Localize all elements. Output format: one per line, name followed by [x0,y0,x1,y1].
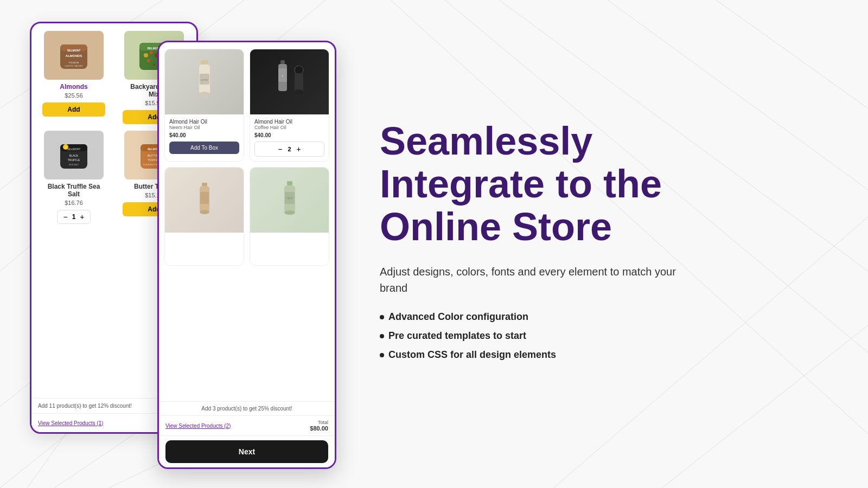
product-name: Black Truffle SeaSalt [48,183,100,198]
svg-point-58 [284,210,295,215]
front-product-4: hijuly [250,167,329,266]
product-black-truffle: SELMONT BLACK TRUFFLE SEA SALT B Black T… [37,131,111,224]
subtitle: Adjust designs, colors, fonts and every … [380,264,705,296]
front-total-label: Total [310,420,328,425]
front-total-value: $80.00 [310,425,328,432]
svg-text:SEA SALT: SEA SALT [69,163,79,166]
bullet-1 [380,315,384,319]
svg-point-21 [147,59,150,62]
qty-plus-2[interactable]: + [297,145,301,153]
qty-minus-2[interactable]: − [278,145,282,153]
headline: Seamlessly Integrate to the Online Store [380,120,705,249]
bullet-2 [380,334,384,338]
svg-point-17 [144,53,148,57]
svg-text:TRUFFLE: TRUFFLE [68,158,80,162]
svg-text:SELMONT: SELMONT [67,147,80,151]
front-product-2: k Almond Hair Oil Coffee Hair Oil $40.00 [250,49,329,162]
product-almonds: SELMONT ALMONDS PREMIUM LIGHTLY SALTED A… [37,31,111,124]
product-price: $25.56 [65,92,83,99]
svg-text:PREMIUM: PREMIUM [69,61,79,64]
svg-point-23 [153,63,155,66]
qty-control-truffle: − 1 + [57,210,90,224]
front-product-price-1: $40.00 [169,132,239,138]
qty-val-2: 2 [288,146,291,152]
feature-item-2: Pre curated templates to start [380,330,705,342]
qty-plus-button[interactable]: + [80,213,84,221]
svg-text:k: k [282,74,283,77]
front-phone: purdy Almond Hair Oil Neem Hair Oil $40.… [157,41,336,469]
qty-value: 1 [72,213,76,221]
view-selected-link[interactable]: View Selected Products (1) [38,420,103,426]
front-product-1: purdy Almond Hair Oil Neem Hair Oil $40.… [164,49,244,162]
next-button[interactable]: Next [165,440,328,463]
svg-rect-38 [201,60,208,65]
svg-text:SELMONT: SELMONT [67,49,80,52]
front-discount-text: Add 3 product(s) to get 25% discount! [159,402,335,416]
svg-rect-48 [295,73,303,92]
left-section: SELMONT ALMONDS PREMIUM LIGHTLY SALTED A… [0,0,336,488]
feature-item-3: Custom CSS for all design elements [380,349,705,361]
svg-text:hijuly: hijuly [286,196,293,200]
product-name: Almonds [60,83,87,91]
svg-text:BLACK: BLACK [69,154,79,157]
svg-point-49 [295,89,303,95]
svg-rect-52 [200,192,209,204]
front-product-name-2: Almond Hair Oil [254,119,324,125]
feature-item-1: Advanced Color configuration [380,311,705,323]
front-view-selected-link[interactable]: View Selected Products (2) [165,423,231,429]
feature-list: Advanced Color configuration Pre curated… [380,311,705,361]
svg-text:purdy: purdy [201,78,208,81]
svg-point-18 [150,51,153,54]
svg-point-47 [295,66,303,74]
add-almonds-button[interactable]: Add [42,102,105,117]
front-product-price-2: $40.00 [254,132,324,138]
svg-text:LIGHTLY SALTED: LIGHTLY SALTED [65,65,83,67]
qty-control-2: − 2 + [254,142,324,157]
svg-rect-50 [202,183,207,186]
svg-point-53 [200,210,209,214]
svg-text:ALMONDS: ALMONDS [66,54,82,57]
product-price: $16.76 [65,200,83,206]
marketing-content: Seamlessly Integrate to the Online Store… [380,120,705,369]
bullet-3 [380,353,384,357]
svg-rect-43 [280,60,285,64]
right-section: Seamlessly Integrate to the Online Store… [336,0,868,488]
svg-point-42 [199,92,210,97]
front-product-3 [164,167,244,266]
qty-minus-button[interactable]: − [63,213,67,221]
svg-line-61 [716,0,868,108]
add-to-box-button-1[interactable]: Add To Box [169,142,239,154]
front-product-name-1: Almond Hair Oil [169,119,239,125]
front-product-subname-1: Neem Hair Oil [169,125,239,130]
front-product-subname-2: Coffee Hair Oil [254,125,324,130]
svg-rect-54 [287,181,292,185]
